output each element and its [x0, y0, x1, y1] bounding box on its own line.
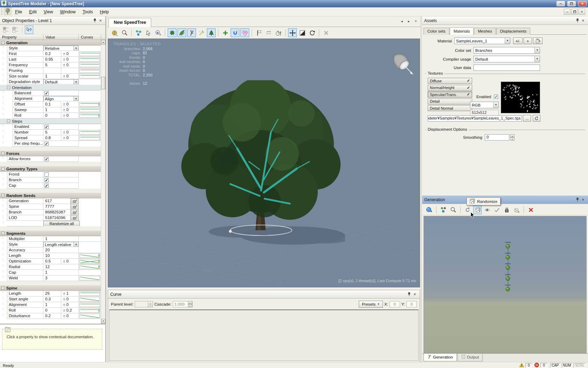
mdi-restore-button[interactable] [571, 9, 578, 15]
browse-button[interactable]: ... [523, 115, 531, 122]
curve-thumbnail[interactable] [79, 113, 100, 118]
curve-thumbnail[interactable] [79, 259, 100, 264]
enabled-checkbox[interactable]: ✓ [494, 95, 498, 99]
reload-texture-button[interactable] [533, 115, 540, 122]
restore-button[interactable] [567, 1, 576, 6]
parent-level-dropdown[interactable]: ▼ [135, 301, 153, 307]
bone-icon[interactable]: BA [154, 28, 162, 37]
curve-thumbnail[interactable] [79, 275, 100, 281]
variance-field[interactable]: ± 0 [61, 102, 79, 107]
show-tree-icon[interactable] [207, 28, 216, 37]
tab-generation[interactable]: Generation [424, 354, 457, 361]
reseed-icon[interactable] [71, 210, 79, 215]
variance-field[interactable]: ± 0 [61, 74, 79, 79]
curve-thumbnail[interactable] [79, 51, 100, 57]
property-label[interactable]: Disturbance [7, 313, 43, 319]
curve-thumbnail[interactable] [79, 57, 100, 62]
property-label[interactable]: Length [7, 253, 43, 259]
property-label[interactable]: Last [7, 57, 43, 62]
collision-icon[interactable] [240, 28, 249, 37]
smoothing-field[interactable]: 0 [485, 134, 509, 141]
collapse-icon[interactable]: − [7, 120, 10, 123]
checkbox[interactable]: ✓ [44, 178, 49, 182]
property-label[interactable]: Accuracy [7, 247, 43, 253]
material-add-button[interactable]: + [524, 38, 532, 44]
property-label[interactable]: Style [7, 242, 43, 247]
checkbox[interactable]: ✓ [44, 157, 49, 161]
section-header-random-seeds[interactable]: −Random Seeds [0, 193, 101, 198]
property-label[interactable]: LOD [7, 215, 43, 221]
value-field[interactable] [43, 68, 61, 74]
property-label[interactable]: Spine [7, 204, 43, 210]
section-header-segments[interactable]: −Segments [0, 231, 101, 236]
scroll-down-icon[interactable]: ▼ [101, 319, 105, 323]
panel-close-icon[interactable]: × [580, 18, 586, 23]
pin-icon[interactable] [575, 18, 580, 23]
texture-slot-normal-height[interactable]: Normal/Height✓ [428, 85, 472, 91]
zoom-icon[interactable] [120, 28, 129, 37]
generation-node-icon[interactable] [505, 287, 510, 292]
value-field[interactable]: 25 [43, 291, 61, 297]
pin-icon[interactable] [92, 18, 98, 23]
value-dropdown[interactable]: Relative▼ [43, 46, 79, 51]
property-label[interactable]: Degradation style [7, 79, 43, 85]
value-field[interactable]: 0.1 [43, 102, 61, 107]
property-label[interactable]: Style [7, 46, 43, 51]
generation-node-icon[interactable] [505, 265, 510, 270]
y-value-field[interactable]: 0 [406, 301, 417, 307]
check-icon[interactable] [493, 206, 501, 214]
hierarchy-icon[interactable] [439, 206, 448, 214]
property-label[interactable]: Roll [13, 113, 43, 118]
panel-close-icon[interactable]: × [412, 292, 418, 297]
curve-thumbnail[interactable] [79, 302, 100, 308]
mdi-close-button[interactable]: × [579, 9, 585, 15]
column-curves[interactable]: Curves [79, 35, 101, 40]
curve-thumbnail[interactable] [79, 291, 100, 297]
curve-thumbnail[interactable] [79, 68, 100, 74]
checkbox[interactable]: ✓ [44, 142, 49, 146]
tab-close-icon[interactable]: × [413, 19, 419, 24]
tab-output[interactable]: Output [457, 354, 483, 361]
section-header-forces[interactable]: −Forces [0, 151, 101, 156]
material-add-remove-button[interactable]: +/- [513, 38, 523, 44]
delete-red-icon[interactable] [527, 206, 535, 214]
context-help-icon[interactable]: ? [25, 26, 33, 34]
property-label[interactable]: Frond [7, 172, 43, 177]
tab-displacements[interactable]: Displacements [496, 28, 530, 35]
property-label[interactable]: Number [13, 130, 43, 135]
variance-field[interactable]: ± 0 [61, 302, 79, 308]
curve-thumbnail[interactable] [79, 264, 100, 270]
shade-icon[interactable] [298, 28, 307, 37]
value-field[interactable]: 10 [43, 253, 79, 259]
column-property[interactable]: Property [0, 35, 43, 40]
cascade-spinner[interactable]: 1.000 ▲▼ [173, 301, 192, 307]
variance-field[interactable]: ± 0 [61, 62, 79, 68]
smoothing-spinner[interactable]: ▲▼ [510, 134, 514, 141]
texture-slot-detail-normal[interactable]: Detail Normal [428, 105, 472, 111]
tab-materials[interactable]: Materials [450, 27, 474, 35]
property-scrollbar[interactable]: ▲ ▼ [101, 40, 105, 323]
property-label[interactable]: Roll [7, 308, 43, 313]
checkbox[interactable]: ✓ [44, 184, 49, 188]
value-field[interactable]: 1 [43, 270, 79, 275]
section-header-geometry-types[interactable]: −Geometry Types [0, 166, 101, 172]
property-label[interactable]: Spread [13, 135, 43, 141]
pin-icon[interactable] [406, 292, 412, 297]
compile-icon[interactable] [110, 28, 119, 37]
generation-node-icon[interactable] [505, 244, 510, 249]
mdi-minimize-button[interactable]: – [564, 9, 570, 15]
property-label[interactable]: Frequency [7, 62, 43, 68]
texture-slot-specular-trans-[interactable]: Specular/Trans.✓ [428, 91, 472, 97]
property-label[interactable]: Branch [7, 210, 43, 215]
menu-window[interactable]: Window [57, 8, 79, 16]
curve-thumbnail[interactable] [79, 107, 100, 113]
menu-help[interactable]: Help [96, 8, 112, 16]
collapse-icon[interactable]: − [7, 86, 10, 89]
property-label[interactable]: First [7, 51, 43, 57]
value-field[interactable]: 1 [43, 107, 61, 113]
value-field[interactable]: 0 [43, 113, 61, 118]
paste-material-button[interactable] [533, 38, 542, 44]
variance-field[interactable]: ± 0 [61, 297, 79, 302]
tab-new-speedtree[interactable]: New SpeedTree [108, 18, 151, 27]
seed-value-field[interactable]: 617 [43, 198, 71, 204]
